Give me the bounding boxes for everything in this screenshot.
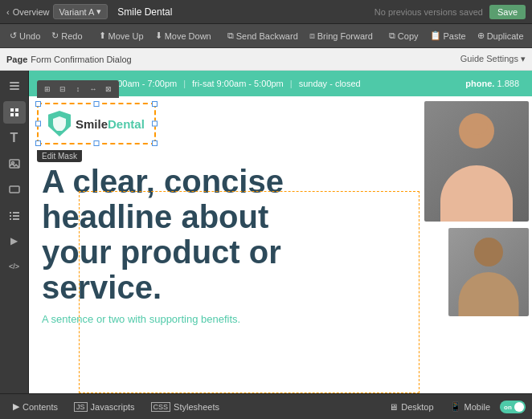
handle-br	[152, 140, 158, 146]
sidebar-icon-image[interactable]	[3, 153, 26, 175]
svg-rect-9	[10, 186, 19, 193]
logo-tool-3[interactable]: ↕	[71, 82, 85, 96]
toggle-knob	[514, 402, 524, 412]
logo-image: SmileDental	[42, 108, 151, 140]
duplicate-icon: ⊕	[477, 31, 485, 41]
sidebar-icon-text[interactable]: T	[3, 127, 26, 149]
handle-tm	[93, 101, 99, 107]
photo-man	[448, 228, 529, 316]
svg-rect-13	[13, 215, 19, 217]
svg-rect-6	[15, 113, 18, 116]
svg-rect-0	[10, 82, 19, 83]
logo-l: l	[141, 117, 145, 131]
site-name: Smile Dental	[117, 6, 172, 18]
move-down-label: Move Down	[165, 31, 211, 41]
logo-tool-2[interactable]: ⊟	[55, 82, 70, 96]
send-backward-label: Send Backward	[236, 31, 298, 41]
logo-tool-4[interactable]: ↔	[86, 82, 100, 96]
phone-label: phone.	[465, 79, 494, 88]
redo-button[interactable]: ↻ Redo	[47, 28, 87, 43]
handle-bm	[93, 140, 99, 146]
move-down-button[interactable]: ⬇ Move Down	[150, 28, 216, 43]
save-button[interactable]: Save	[489, 5, 526, 19]
svg-rect-2	[10, 88, 19, 90]
desktop-button[interactable]: 🖥 Desktop	[383, 400, 440, 414]
sidebar-icon-list[interactable]	[3, 204, 26, 226]
headline-text: A clear, concise headline about your pro…	[29, 151, 334, 305]
logo-dental: Denta	[108, 117, 141, 131]
schedule-2: fri-sat 9:00am - 5:00pm	[192, 79, 284, 88]
sidebar-icon-shape[interactable]	[3, 178, 26, 201]
move-up-button[interactable]: ⬆ Move Up	[94, 28, 149, 43]
javascripts-label: Javascripts	[91, 402, 135, 412]
duplicate-button[interactable]: ⊕ Duplicate	[473, 28, 529, 43]
svg-rect-5	[10, 113, 14, 116]
sep-1: |	[183, 79, 186, 88]
logo-toolbar: ⊞ ⊟ ↕ ↔ ⊠	[37, 80, 119, 98]
breadcrumb-arrow: ‹	[6, 7, 10, 17]
send-backward-icon: ⧉	[227, 31, 234, 41]
bring-forward-button[interactable]: ⧈ Bring Forward	[305, 28, 378, 43]
page-tab[interactable]: Page	[6, 55, 27, 64]
svg-rect-14	[10, 218, 11, 220]
sidebar-icon-code[interactable]: </>	[3, 255, 26, 278]
bottom-bar: ▶ Contents JS Javascripts CSS Stylesheet…	[0, 393, 532, 419]
sidebar-icon-select[interactable]	[3, 101, 26, 124]
canvas-area[interactable]: hours. mon-thu 9:00am - 7:00pm | fri-sat…	[29, 71, 532, 393]
variant-button[interactable]: Variant A ▾	[53, 4, 108, 19]
handle-mr	[152, 121, 158, 127]
javascripts-button[interactable]: JS Javascripts	[68, 400, 141, 414]
bring-forward-icon: ⧈	[309, 31, 315, 41]
dialog-tab[interactable]: Form Confirmation Dialog	[31, 55, 131, 64]
logo-tool-5[interactable]: ⊠	[101, 82, 116, 96]
move-up-label: Move Up	[108, 31, 144, 41]
toggle-on-label: on	[504, 403, 512, 410]
logo-shield-icon	[48, 111, 71, 136]
contents-button[interactable]: ▶ Contents	[6, 399, 64, 414]
sidebar-icon-play[interactable]: ▶	[3, 230, 26, 252]
logo-container[interactable]: ⊞ ⊟ ↕ ↔ ⊠ SmileDental	[37, 103, 156, 144]
stylesheets-button[interactable]: CSS Stylesheets	[145, 400, 226, 414]
contents-icon: ▶	[13, 401, 19, 412]
handle-ml	[35, 121, 41, 127]
chevron-down-icon: ▾	[96, 6, 101, 17]
svg-rect-4	[15, 108, 18, 112]
guide-settings[interactable]: Guide Settings ▾	[460, 54, 526, 64]
desktop-icon: 🖥	[389, 402, 398, 412]
svg-rect-3	[10, 108, 14, 112]
schedule-3: sunday - closed	[299, 79, 361, 88]
logo-tool-1[interactable]: ⊞	[40, 82, 55, 96]
overview-link[interactable]: Overview	[13, 7, 50, 17]
copy-button[interactable]: ⧉ Copy	[384, 28, 424, 43]
move-up-icon: ⬆	[99, 31, 106, 41]
variant-label: Variant A	[59, 7, 95, 17]
undo-label: Undo	[19, 31, 40, 41]
undo-icon: ↺	[10, 31, 17, 41]
mobile-button[interactable]: 📱 Mobile	[444, 399, 497, 414]
sub-toolbar-left: Page Form Confirmation Dialog	[6, 55, 454, 64]
sidebar-icon-layers[interactable]	[3, 75, 26, 98]
mobile-toggle[interactable]: on	[500, 401, 526, 413]
page-content: hours. mon-thu 9:00am - 7:00pm | fri-sat…	[29, 71, 532, 393]
mobile-label: Mobile	[464, 402, 490, 412]
mobile-icon: 📱	[450, 401, 461, 412]
redo-icon: ↻	[51, 31, 59, 41]
redo-label: Redo	[61, 31, 82, 41]
svg-rect-11	[13, 212, 19, 214]
move-down-icon: ⬇	[155, 31, 162, 41]
handle-tr	[152, 101, 158, 107]
paste-icon: 📋	[430, 31, 441, 41]
logo-smile: Smile	[76, 117, 108, 131]
desktop-label: Desktop	[401, 402, 433, 412]
send-backward-button[interactable]: ⧉ Send Backward	[223, 28, 303, 43]
undo-button[interactable]: ↺ Undo	[5, 28, 45, 43]
handle-tl	[35, 101, 41, 107]
paste-button[interactable]: 📋 Paste	[425, 28, 471, 43]
no-versions-text: No previous versions saved	[374, 7, 483, 17]
copy-icon: ⧉	[389, 31, 395, 41]
top-bar: ‹ Overview Variant A ▾ Smile Dental No p…	[0, 0, 532, 24]
photo-woman	[424, 101, 529, 222]
phone-number: 1.888	[497, 79, 519, 88]
logo-selection: SmileDental	[37, 103, 156, 144]
edit-mask-button[interactable]: Edit Mask	[37, 150, 82, 162]
